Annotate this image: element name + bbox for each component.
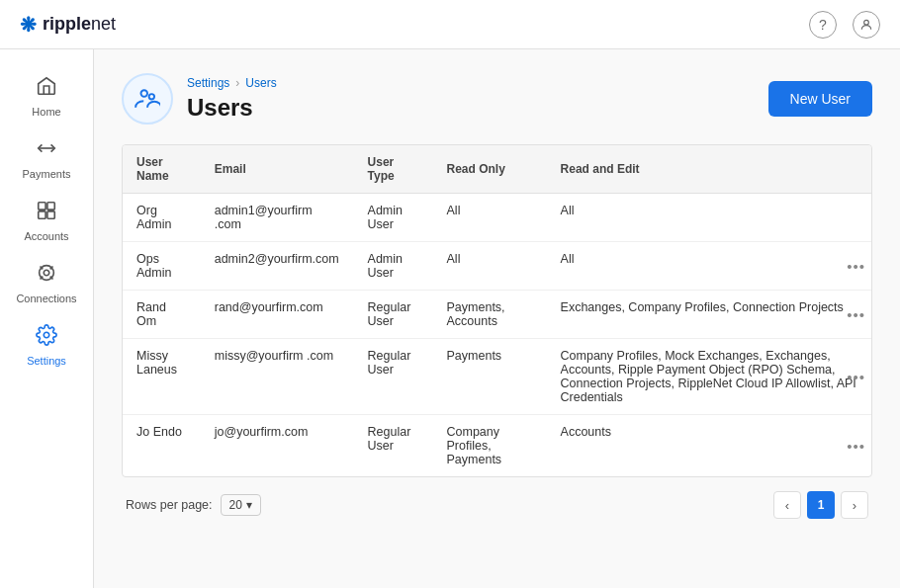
page-icon <box>122 73 173 125</box>
topnav-actions: ? <box>809 11 880 39</box>
home-icon <box>36 75 57 102</box>
sidebar-item-home-label: Home <box>32 106 60 118</box>
cell-readonly: Payments, Accounts <box>433 291 547 339</box>
cell-readedit: All <box>547 194 871 242</box>
cell-email: admin1@yourfirm .com <box>201 194 354 242</box>
page-title-area: Settings › Users Users <box>122 73 277 125</box>
sidebar-item-connections[interactable]: Connections <box>0 252 93 314</box>
svg-point-6 <box>44 270 49 276</box>
cell-email: missy@yourfirm .com <box>201 339 354 415</box>
sidebar: Home Payments Accounts Connections Setti… <box>0 49 94 588</box>
breadcrumb: Settings › Users <box>187 76 277 90</box>
current-page[interactable]: 1 <box>807 491 835 519</box>
cell-readonly: Company Profiles, Payments <box>433 415 547 477</box>
rows-select-chevron: ▾ <box>246 498 252 512</box>
cell-readonly: Payments <box>433 339 547 415</box>
layout: Home Payments Accounts Connections Setti… <box>0 49 900 588</box>
cell-username: Ops Admin <box>123 242 201 291</box>
breadcrumb-separator: › <box>235 76 239 90</box>
new-user-button[interactable]: New User <box>768 81 872 117</box>
logo-text: ripplenet <box>43 14 116 35</box>
cell-email: jo@yourfirm.com <box>201 415 354 477</box>
page-title: Users <box>187 94 277 122</box>
table-row: Rand Om rand@yourfirm.com Regular User P… <box>123 291 871 339</box>
col-usertype: User Type <box>354 145 433 194</box>
title-block: Settings › Users Users <box>187 76 277 122</box>
sidebar-item-payments[interactable]: Payments <box>0 127 93 190</box>
svg-rect-3 <box>47 203 54 210</box>
row-menu-button[interactable]: ••• <box>847 306 865 323</box>
pagination-bar: Rows per page: 20 ▾ ‹ 1 › <box>122 477 872 519</box>
breadcrumb-parent[interactable]: Settings <box>187 76 229 90</box>
rows-per-page: Rows per page: 20 ▾ <box>126 494 261 516</box>
cell-usertype: Regular User <box>354 339 433 415</box>
svg-point-13 <box>141 90 148 97</box>
payments-icon <box>36 137 57 164</box>
cell-readedit: Accounts ••• <box>547 415 871 477</box>
next-page-button[interactable]: › <box>841 491 868 519</box>
svg-rect-5 <box>47 211 54 218</box>
col-readedit: Read and Edit <box>547 145 871 194</box>
accounts-icon <box>36 200 57 226</box>
cell-usertype: Regular User <box>354 415 433 477</box>
pagination-controls: ‹ 1 › <box>773 491 868 519</box>
table-header: User Name Email User Type Read Only Read… <box>123 145 871 194</box>
rows-per-page-select[interactable]: 20 ▾ <box>221 494 261 516</box>
table-row: Org Admin admin1@yourfirm .com Admin Use… <box>123 194 871 242</box>
sidebar-item-settings-label: Settings <box>27 355 66 367</box>
sidebar-item-accounts-label: Accounts <box>24 230 68 242</box>
table-row: Jo Endo jo@yourfirm.com Regular User Com… <box>123 415 871 477</box>
table-row: Ops Admin admin2@yourfirm.com Admin User… <box>123 242 871 291</box>
connections-icon <box>36 262 57 289</box>
row-menu-button[interactable]: ••• <box>847 369 865 385</box>
sidebar-item-home[interactable]: Home <box>0 65 93 127</box>
user-icon[interactable] <box>853 11 880 39</box>
table-row: Missy Laneus missy@yourfirm .com Regular… <box>123 339 871 415</box>
svg-point-0 <box>864 20 869 25</box>
help-icon[interactable]: ? <box>809 11 837 39</box>
settings-icon <box>36 324 57 351</box>
cell-readonly: All <box>433 194 547 242</box>
col-readonly: Read Only <box>433 145 547 194</box>
rows-per-page-label: Rows per page: <box>126 498 213 512</box>
cell-readonly: All <box>433 242 547 291</box>
cell-email: admin2@yourfirm.com <box>201 242 354 291</box>
cell-username: Rand Om <box>123 291 201 339</box>
logo-icon: ❋ <box>20 13 37 37</box>
cell-readedit: All ••• <box>547 242 871 291</box>
sidebar-item-connections-label: Connections <box>16 293 76 304</box>
logo: ❋ ripplenet <box>20 13 116 37</box>
row-menu-button[interactable]: ••• <box>847 438 865 455</box>
sidebar-item-settings[interactable]: Settings <box>0 314 93 377</box>
svg-point-14 <box>149 94 154 99</box>
svg-rect-2 <box>39 203 45 210</box>
cell-usertype: Regular User <box>354 291 433 339</box>
svg-point-12 <box>44 332 49 338</box>
row-menu-button[interactable]: ••• <box>847 258 865 275</box>
rows-per-page-value: 20 <box>229 498 242 512</box>
topnav: ❋ ripplenet ? <box>0 0 900 49</box>
cell-username: Missy Laneus <box>123 339 201 415</box>
prev-page-button[interactable]: ‹ <box>773 491 801 519</box>
users-table: User Name Email User Type Read Only Read… <box>123 145 871 476</box>
page-header: Settings › Users Users New User <box>122 73 872 125</box>
cell-username: Jo Endo <box>123 415 201 477</box>
col-username: User Name <box>123 145 201 194</box>
cell-username: Org Admin <box>123 194 201 242</box>
cell-email: rand@yourfirm.com <box>201 291 354 339</box>
cell-readedit: Exchanges, Company Profiles, Connection … <box>547 291 871 339</box>
breadcrumb-current: Users <box>245 76 276 90</box>
cell-usertype: Admin User <box>354 194 433 242</box>
sidebar-item-payments-label: Payments <box>23 168 71 180</box>
sidebar-item-accounts[interactable]: Accounts <box>0 190 93 252</box>
cell-readedit: Company Profiles, Mock Exchanges, Exchan… <box>547 339 871 415</box>
users-table-container: User Name Email User Type Read Only Read… <box>122 144 872 477</box>
table-body: Org Admin admin1@yourfirm .com Admin Use… <box>123 194 871 477</box>
cell-usertype: Admin User <box>354 242 433 291</box>
main-content: Settings › Users Users New User User Nam… <box>94 49 900 588</box>
col-email: Email <box>201 145 354 194</box>
svg-rect-4 <box>39 211 45 218</box>
